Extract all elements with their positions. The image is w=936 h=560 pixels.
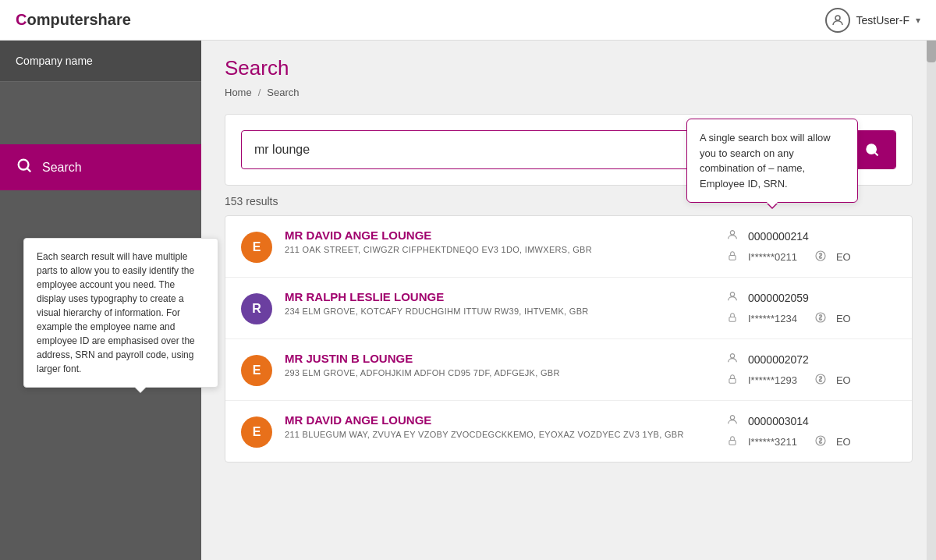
svg-point-5 xyxy=(730,231,734,235)
employee-id: 0000002072 xyxy=(748,353,809,366)
logo: Computershare xyxy=(16,11,131,29)
header: Computershare TestUser-F ▾ xyxy=(0,0,936,41)
result-address: 211 BLUEGUM WAY, ZVUYA EY VZOBY ZVOCDEGC… xyxy=(285,430,712,439)
tooltip-top-text: A single search box will allow you to se… xyxy=(700,132,831,190)
srn-value: I******0211 xyxy=(748,251,797,263)
tooltip-result-hint: Each search result will have multiple pa… xyxy=(23,238,218,388)
main-content: A single search box will allow you to se… xyxy=(201,41,936,560)
payroll-code: EO xyxy=(836,313,851,324)
person-icon xyxy=(725,352,740,367)
employee-id: 0000002059 xyxy=(748,292,809,304)
person-icon xyxy=(725,229,740,243)
result-name[interactable]: MR JUSTIN B LOUNGE xyxy=(285,352,712,365)
srn-value: I******1293 xyxy=(748,374,797,386)
result-meta: 0000002059 I******1234 EO xyxy=(725,290,896,326)
page-title: Search xyxy=(225,56,913,80)
breadcrumb-sep: / xyxy=(258,87,261,98)
avatar: E xyxy=(241,232,272,263)
svg-rect-12 xyxy=(729,378,736,383)
svg-point-1 xyxy=(19,160,29,170)
meta-srn-row: I******1293 EO xyxy=(725,373,896,388)
user-avatar-icon xyxy=(825,8,850,33)
person-icon xyxy=(725,413,740,428)
payroll-code: EO xyxy=(836,436,851,448)
table-row: R MR RALPH LESLIE LOUNGE 234 ELM GROVE, … xyxy=(225,278,912,339)
result-meta: 0000002072 I******1293 EO xyxy=(725,352,896,388)
result-name[interactable]: MR DAVID ANGE LOUNGE xyxy=(285,413,712,427)
lock-icon xyxy=(725,312,740,325)
sidebar-item-search[interactable]: Search xyxy=(0,144,201,190)
result-address: 211 OAK STREET, CIWGZR CIFPHEKTDNEQO EV3… xyxy=(285,245,712,254)
svg-point-0 xyxy=(835,16,840,20)
dollar-icon xyxy=(813,311,828,326)
result-info: MR DAVID ANGE LOUNGE 211 BLUEGUM WAY, ZV… xyxy=(285,413,712,439)
payroll-code: EO xyxy=(836,251,851,263)
user-menu[interactable]: TestUser-F ▾ xyxy=(825,8,920,33)
svg-point-3 xyxy=(867,144,876,154)
result-info: MR RALPH LESLIE LOUNGE 234 ELM GROVE, KO… xyxy=(285,290,712,316)
avatar: E xyxy=(241,355,272,386)
meta-srn-row: I******3211 EO xyxy=(725,434,896,449)
breadcrumb-home[interactable]: Home xyxy=(225,87,252,98)
breadcrumb: Home / Search xyxy=(225,87,913,98)
meta-srn-row: I******1234 EO xyxy=(725,311,896,326)
content-header: Search Home / Search xyxy=(201,41,936,98)
table-row: E MR DAVID ANGE LOUNGE 211 BLUEGUM WAY, … xyxy=(225,401,912,462)
result-meta: 0000003014 I******3211 EO xyxy=(725,413,896,449)
svg-point-11 xyxy=(730,354,734,358)
meta-employee-id-row: 0000000214 xyxy=(725,229,896,243)
lock-icon xyxy=(725,250,740,264)
dollar-icon xyxy=(813,434,828,449)
scrollbar-track xyxy=(927,0,936,560)
srn-value: I******3211 xyxy=(748,436,797,448)
tooltip-left-text: Each search result will have multiple pa… xyxy=(37,251,195,374)
employee-id: 0000003014 xyxy=(748,415,809,427)
lock-icon xyxy=(725,374,740,387)
user-name: TestUser-F xyxy=(856,14,909,27)
chevron-down-icon: ▾ xyxy=(916,15,920,26)
result-name[interactable]: MR DAVID ANGE LOUNGE xyxy=(285,229,712,242)
svg-point-8 xyxy=(730,292,734,296)
logo-text-rest: omputershare xyxy=(27,11,130,28)
person-icon xyxy=(725,290,740,305)
result-name[interactable]: MR RALPH LESLIE LOUNGE xyxy=(285,290,712,303)
meta-employee-id-row: 0000002072 xyxy=(725,352,896,367)
logo-area: Computershare xyxy=(16,11,131,29)
breadcrumb-current: Search xyxy=(267,87,299,98)
result-address: 293 ELM GROVE, ADFOHJKIM ADFOH CD95 7DF,… xyxy=(285,368,712,377)
dollar-icon xyxy=(813,250,828,264)
svg-rect-9 xyxy=(729,317,736,321)
tooltip-search-hint: A single search box will allow you to se… xyxy=(686,119,858,203)
result-info: MR DAVID ANGE LOUNGE 211 OAK STREET, CIW… xyxy=(285,229,712,254)
avatar: R xyxy=(241,293,272,324)
meta-employee-id-row: 0000003014 xyxy=(725,413,896,428)
table-row: E MR DAVID ANGE LOUNGE 211 OAK STREET, C… xyxy=(225,216,912,278)
svg-point-14 xyxy=(730,416,734,420)
svg-line-2 xyxy=(27,168,30,172)
dollar-icon xyxy=(813,373,828,388)
svg-line-4 xyxy=(875,153,878,156)
sidebar-spacer xyxy=(0,82,201,144)
result-info: MR JUSTIN B LOUNGE 293 ELM GROVE, ADFOHJ… xyxy=(285,352,712,377)
avatar: E xyxy=(241,416,272,448)
search-icon xyxy=(16,157,33,178)
svg-rect-6 xyxy=(729,255,736,260)
results-list: E MR DAVID ANGE LOUNGE 211 OAK STREET, C… xyxy=(225,215,913,463)
lock-icon xyxy=(725,435,740,448)
meta-employee-id-row: 0000002059 xyxy=(725,290,896,305)
employee-id: 0000000214 xyxy=(748,230,809,243)
svg-rect-15 xyxy=(729,440,736,445)
meta-srn-row: I******0211 EO xyxy=(725,250,896,264)
sidebar-search-label: Search xyxy=(42,161,82,175)
payroll-code: EO xyxy=(836,374,851,386)
result-address: 234 ELM GROVE, KOTCAFY RDUCHGIHM ITTUW R… xyxy=(285,307,712,316)
table-row: E MR JUSTIN B LOUNGE 293 ELM GROVE, ADFO… xyxy=(225,339,912,401)
sidebar-company: Company name xyxy=(0,41,201,82)
logo-c: C xyxy=(16,11,27,28)
srn-value: I******1234 xyxy=(748,313,797,324)
result-meta: 0000000214 I******0211 EO xyxy=(725,229,896,264)
